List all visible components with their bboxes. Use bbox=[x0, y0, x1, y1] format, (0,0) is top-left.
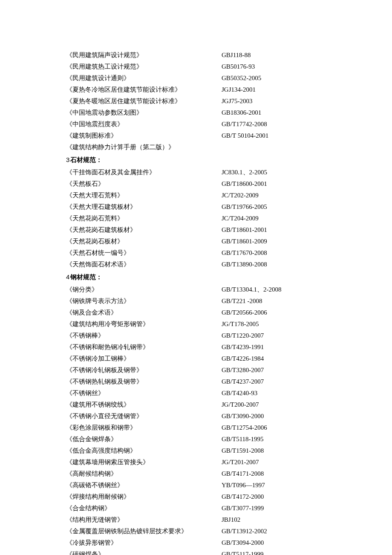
standard-title: 《不锈钢棒》 bbox=[66, 330, 222, 341]
standard-code: GB/T18601-2001 bbox=[222, 224, 326, 236]
standard-code: JC830.1、2-2005 bbox=[222, 167, 326, 178]
standard-title: 《民用建筑隔声设计规范》 bbox=[66, 49, 222, 61]
standard-title: 《不锈钢小直径无缝钢管》 bbox=[66, 410, 222, 422]
standard-title: 《不锈钢丝》 bbox=[66, 387, 222, 399]
standard-code: GB/T1591-2008 bbox=[222, 445, 326, 457]
standard-title: 《夏热冬冷地区居住建筑节能设计标准》 bbox=[66, 84, 222, 95]
standard-row: 《结构用无缝钢管》JBJ102 bbox=[66, 514, 326, 526]
standard-code: GB/T1220-2007 bbox=[222, 330, 326, 341]
standard-code: GB18306-2001 bbox=[222, 107, 326, 119]
standard-title: 《建筑幕墙用钢索压管接头》 bbox=[66, 457, 222, 468]
standard-row: 《钢及合金术语》GB/T20566-2006 bbox=[66, 307, 326, 318]
standard-row: 《不锈钢热轧钢板及钢带》GB/T4237-2007 bbox=[66, 376, 326, 387]
standard-title: 《建筑结构静力计算手册（第二版）》 bbox=[66, 142, 222, 153]
standard-title: 《钢及合金术语》 bbox=[66, 307, 222, 318]
standard-code: GB/T3094-2000 bbox=[222, 537, 326, 549]
standard-row: 《民用建筑热工设计规范》GB50176-93 bbox=[66, 61, 326, 72]
section-number: 4 bbox=[66, 273, 69, 280]
standard-row: 《中国地震烈度表》GB/T17742-2008 bbox=[66, 119, 326, 130]
standard-title: 《结构用无缝钢管》 bbox=[66, 514, 222, 526]
standard-row: 《天然板石》GB/T18600-2001 bbox=[66, 178, 326, 190]
section-heading: 4钢材规范： bbox=[66, 271, 326, 283]
standard-row: 《建筑结构静力计算手册（第二版）》 bbox=[66, 142, 326, 153]
standard-code: GB/T18600-2001 bbox=[222, 178, 326, 190]
standard-code: GB/T13912-2002 bbox=[222, 526, 326, 537]
standard-code: JG/T178-2005 bbox=[222, 318, 326, 330]
standard-title: 《碳钢焊条》 bbox=[66, 549, 222, 555]
standard-code: GB/T3280-2007 bbox=[222, 364, 326, 376]
standard-code: GB/T17670-2008 bbox=[222, 247, 326, 259]
standards-list: 《民用建筑隔声设计规范》GBJ118-88《民用建筑热工设计规范》GB50176… bbox=[66, 49, 326, 555]
standard-row: 《建筑用不锈钢绞线》JG/T200-2007 bbox=[66, 399, 326, 410]
standard-row: 《冷拔异形钢管》GB/T3094-2000 bbox=[66, 537, 326, 549]
standard-code: GB/T13890-2008 bbox=[222, 259, 326, 270]
standard-row: 《民用建筑隔声设计规范》GBJ118-88 bbox=[66, 49, 326, 61]
standard-row: 《不锈钢冷加工钢棒》GB/T4226-1984 bbox=[66, 353, 326, 364]
standard-row: 《钢铁牌号表示方法》GB/T221 -2008 bbox=[66, 295, 326, 307]
standard-title: 《天然饰面石材术语》 bbox=[66, 259, 222, 270]
standard-row: 《中国地震动参数区划图》GB18306-2001 bbox=[66, 107, 326, 119]
section-heading: 3石材规范： bbox=[66, 154, 326, 166]
standard-row: 《不锈钢棒》GB/T1220-2007 bbox=[66, 330, 326, 341]
standard-title: 《干挂饰面石材及其金属挂件》 bbox=[66, 167, 222, 178]
standard-title: 《建筑结构用冷弯矩形钢管》 bbox=[66, 318, 222, 330]
standard-code: GB/T3077-1999 bbox=[222, 503, 326, 514]
standard-title: 《彩色涂层钢板和钢带》 bbox=[66, 422, 222, 434]
standard-code: GB/T5117-1999 bbox=[222, 549, 326, 555]
standard-row: 《低合金高强度结构钢》GB/T1591-2008 bbox=[66, 445, 326, 457]
standard-code: YB/T096—1997 bbox=[222, 480, 326, 491]
standard-code: GB/T4226-1984 bbox=[222, 353, 326, 364]
standard-title: 《民用建筑设计通则》 bbox=[66, 72, 222, 84]
standard-title: 《不锈钢热轧钢板及钢带》 bbox=[66, 376, 222, 387]
section-title: 钢材规范： bbox=[70, 274, 102, 280]
standard-title: 《夏热冬暖地区居住建筑节能设计标准》 bbox=[66, 95, 222, 107]
standard-row: 《建筑结构用冷弯矩形钢管》JG/T178-2005 bbox=[66, 318, 326, 330]
standard-title: 《天然花岗石板材》 bbox=[66, 236, 222, 247]
standard-code: GB/T4171-2008 bbox=[222, 468, 326, 480]
standard-title: 《天然大理石建筑板材》 bbox=[66, 201, 222, 213]
standard-code: JC/T202-2009 bbox=[222, 190, 326, 201]
standard-row: 《天然花岗石板材》GB/T18601-2009 bbox=[66, 236, 326, 247]
standard-title: 《天然花岗石建筑板材》 bbox=[66, 224, 222, 236]
standard-row: 《天然饰面石材术语》GB/T13890-2008 bbox=[66, 259, 326, 270]
standard-row: 《天然大理石荒料》JC/T202-2009 bbox=[66, 190, 326, 201]
section-number: 3 bbox=[66, 156, 69, 163]
standard-row: 《钢分类》GB/T13304.1、2-2008 bbox=[66, 284, 326, 295]
standard-code: JG/T200-2007 bbox=[222, 399, 326, 410]
standard-code: GB/T4172-2000 bbox=[222, 491, 326, 503]
standard-title: 《天然石材统一编号》 bbox=[66, 247, 222, 259]
standard-title: 《天然大理石荒料》 bbox=[66, 190, 222, 201]
standard-row: 《天然石材统一编号》GB/T17670-2008 bbox=[66, 247, 326, 259]
standard-code: JGJ134-2001 bbox=[222, 84, 326, 95]
standard-code: JBJ102 bbox=[222, 514, 326, 526]
standard-row: 《天然花岗石建筑板材》GB/T18601-2001 bbox=[66, 224, 326, 236]
standard-title: 《焊接结构用耐候钢》 bbox=[66, 491, 222, 503]
section-title: 石材规范： bbox=[70, 156, 102, 163]
standard-row: 《天然大理石建筑板材》GB/T19766-2005 bbox=[66, 201, 326, 213]
standard-code: GB/T19766-2005 bbox=[222, 201, 326, 213]
standard-row: 《低合金钢焊条》GB/T5118-1995 bbox=[66, 434, 326, 445]
standard-row: 《合金结构钢》GB/T3077-1999 bbox=[66, 503, 326, 514]
standard-code: GB50352-2005 bbox=[222, 72, 326, 84]
standard-title: 《不锈钢冷轧钢板及钢带》 bbox=[66, 364, 222, 376]
standard-row: 《不锈钢冷轧钢板及钢带》GB/T3280-2007 bbox=[66, 364, 326, 376]
standard-code: GB50176-93 bbox=[222, 61, 326, 72]
standard-row: 《金属覆盖层钢铁制品热镀锌层技术要求》GB/T13912-2002 bbox=[66, 526, 326, 537]
standard-title: 《不锈钢和耐热钢冷轧钢带》 bbox=[66, 341, 222, 353]
standard-title: 《中国地震烈度表》 bbox=[66, 119, 222, 130]
standard-title: 《高碳铬不锈钢丝》 bbox=[66, 480, 222, 491]
standard-title: 《低合金高强度结构钢》 bbox=[66, 445, 222, 457]
standard-title: 《建筑用不锈钢绞线》 bbox=[66, 399, 222, 410]
standard-code: GB/T13304.1、2-2008 bbox=[222, 284, 326, 295]
standard-title: 《金属覆盖层钢铁制品热镀锌层技术要求》 bbox=[66, 526, 222, 537]
standard-row: 《不锈钢丝》GB/T4240-93 bbox=[66, 387, 326, 399]
standard-row: 《干挂饰面石材及其金属挂件》JC830.1、2-2005 bbox=[66, 167, 326, 178]
standard-code: GB/T12754-2006 bbox=[222, 422, 326, 434]
standard-code: GB/T18601-2009 bbox=[222, 236, 326, 247]
standard-row: 《建筑幕墙用钢索压管接头》JG/T201-2007 bbox=[66, 457, 326, 468]
standard-code: GB/T 50104-2001 bbox=[222, 130, 326, 142]
standard-row: 《碳钢焊条》GB/T5117-1999 bbox=[66, 549, 326, 555]
standard-row: 《不锈钢和耐热钢冷轧钢带》GB/T4239-1991 bbox=[66, 341, 326, 353]
standard-code: JG/T201-2007 bbox=[222, 457, 326, 468]
standard-code: JC/T204-2009 bbox=[222, 213, 326, 224]
